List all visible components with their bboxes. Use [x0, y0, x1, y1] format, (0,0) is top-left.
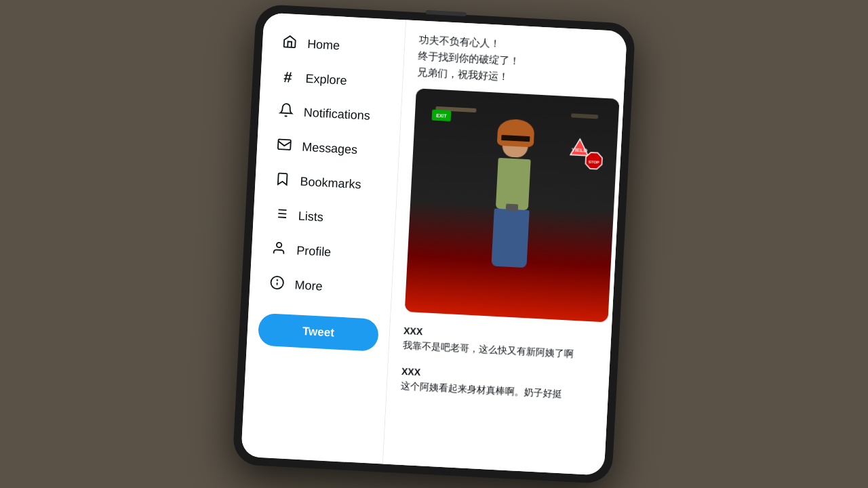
sidebar-item-explore[interactable]: # Explore — [271, 61, 392, 98]
svg-rect-0 — [278, 139, 291, 150]
sidebar-item-notifications-label: Notifications — [303, 106, 370, 123]
sidebar-item-more-label: More — [294, 278, 323, 293]
phone-screen: Home # Explore Notifications — [241, 12, 627, 475]
svg-line-2 — [278, 214, 286, 214]
more-icon — [269, 274, 285, 293]
stop-sign: STOP — [585, 152, 603, 170]
post-line3: 兄弟们，祝我好运！ — [417, 66, 509, 82]
sidebar-item-profile-label: Profile — [296, 243, 332, 260]
phone-speaker — [426, 10, 467, 16]
comment-2: XXX 这个阿姨看起来身材真棒啊。奶子好挺 — [400, 366, 595, 403]
home-icon — [281, 34, 298, 53]
svg-point-7 — [277, 243, 282, 248]
post-line1: 功夫不负有心人！ — [418, 33, 500, 49]
sidebar-item-lists-label: Lists — [298, 209, 323, 224]
svg-line-3 — [278, 217, 286, 218]
person-icon — [271, 240, 288, 259]
list-icon — [272, 205, 289, 224]
sidebar-item-bookmarks-label: Bookmarks — [300, 175, 361, 192]
sidebar-item-profile[interactable]: Profile — [262, 233, 383, 271]
sidebar-item-home-label: Home — [307, 37, 340, 53]
bell-icon — [277, 102, 294, 121]
post-text: 功夫不负有心人！ 终于找到你的破绽了！ 兄弟们，祝我好运！ — [417, 31, 613, 90]
sidebar-item-notifications[interactable]: Notifications — [269, 95, 391, 133]
sidebar-item-explore-label: Explore — [305, 71, 347, 87]
sidebar-item-messages[interactable]: Messages — [267, 129, 389, 167]
sidebar-item-home[interactable]: Home — [273, 26, 394, 64]
svg-text:STOP: STOP — [588, 160, 599, 165]
bookmark-icon — [274, 171, 291, 190]
sidebar-item-bookmarks[interactable]: Bookmarks — [265, 164, 387, 202]
explore-icon: # — [279, 68, 296, 87]
tweet-image: EXIT YIELD STOP — [405, 88, 620, 322]
main-content: 功夫不负有心人！ 终于找到你的破绽了！ 兄弟们，祝我好运！ EXIT — [383, 20, 627, 475]
tweet-button[interactable]: Tweet — [258, 313, 379, 352]
sidebar-item-more[interactable]: More — [260, 268, 381, 306]
svg-point-9 — [277, 280, 277, 281]
mail-icon — [276, 137, 293, 156]
comment-1: XXX 我靠不是吧老哥，这么快又有新阿姨了啊 — [403, 325, 598, 363]
sidebar-item-messages-label: Messages — [302, 140, 358, 157]
figure — [467, 125, 557, 306]
svg-line-1 — [279, 209, 287, 210]
post-line2: 终于找到你的破绽了！ — [418, 49, 520, 66]
sidebar: Home # Explore Notifications — [241, 12, 406, 464]
sidebar-item-lists[interactable]: Lists — [264, 199, 385, 237]
phone-device: Home # Explore Notifications — [233, 4, 636, 484]
